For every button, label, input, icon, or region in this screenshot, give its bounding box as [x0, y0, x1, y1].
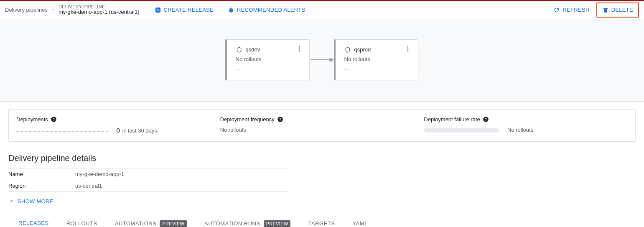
details-section: Delivery pipeline details Name my-gke-de…: [8, 153, 636, 206]
metric-text: No rollouts: [507, 127, 533, 133]
metric-frequency: Deployment frequency ? No rollouts: [220, 116, 424, 134]
tab-rollouts[interactable]: ROLLOUTS: [66, 216, 97, 227]
chevron-down-icon: [8, 198, 15, 204]
detail-value: us-central1: [75, 180, 288, 192]
create-release-label: CREATE RELEASE: [164, 7, 214, 13]
svg-marker-4: [330, 58, 334, 62]
refresh-icon: [553, 7, 560, 13]
pipeline-graph: qsdev No rollouts — qsprod No rollouts —: [0, 19, 644, 102]
metric-count: 0: [117, 127, 120, 134]
stage-name-label: qsprod: [354, 46, 371, 53]
preview-badge: PREVIEW: [160, 220, 187, 227]
metric-title-label: Deployment failure rate: [424, 116, 480, 122]
breadcrumb-root[interactable]: Delivery pipelines: [5, 7, 48, 13]
stage-menu-button[interactable]: [405, 46, 411, 54]
bell-plus-icon: [228, 7, 234, 13]
metric-text: No rollouts: [220, 127, 414, 133]
create-release-button[interactable]: CREATE RELEASE: [151, 4, 217, 16]
delete-label: DELETE: [611, 7, 633, 13]
preview-badge: PREVIEW: [264, 220, 291, 227]
svg-text:?: ?: [485, 117, 487, 122]
details-heading: Delivery pipeline details: [8, 153, 636, 163]
stage-name-label: qsdev: [246, 46, 260, 53]
svg-point-6: [407, 48, 408, 50]
kubernetes-icon: [344, 46, 351, 53]
tab-label: AUTOMATION RUNS: [204, 220, 260, 227]
svg-text:?: ?: [279, 117, 281, 122]
tab-label: ROLLOUTS: [66, 220, 97, 227]
trash-icon: [602, 7, 609, 13]
tab-targets[interactable]: TARGETS: [308, 216, 335, 227]
tab-label: YAML: [352, 220, 367, 227]
stage-value: —: [236, 66, 303, 72]
refresh-label: REFRESH: [563, 7, 589, 13]
page-title: my-gke-demo-app-1 (us-central1): [59, 9, 140, 15]
recommended-alerts-label: RECOMMENDED ALERTS: [237, 7, 305, 13]
tab-label: AUTOMATIONS: [115, 220, 157, 227]
stage-card[interactable]: qsprod No rollouts —: [335, 39, 418, 80]
plus-box-icon: [155, 7, 161, 13]
chevron-right-icon: [51, 7, 55, 13]
show-more-button[interactable]: SHOW MORE: [8, 198, 53, 204]
tab-label: RELEASES: [18, 220, 49, 226]
recommended-alerts-button[interactable]: RECOMMENDED ALERTS: [224, 4, 308, 16]
show-more-label: SHOW MORE: [18, 198, 53, 204]
svg-text:?: ?: [53, 117, 55, 122]
metrics-panel: Deployments ? 0 in last 30 days Deployme…: [8, 109, 636, 142]
stage-status: No rollouts: [236, 56, 303, 62]
breadcrumb-current: DELIVERY PIPELINE my-gke-demo-app-1 (us-…: [59, 4, 140, 16]
svg-point-0: [298, 46, 300, 48]
help-icon[interactable]: ?: [277, 116, 283, 122]
tab-automations[interactable]: AUTOMATIONS PREVIEW: [115, 216, 187, 227]
metric-title-label: Deployments: [16, 116, 48, 122]
metric-title-label: Deployment frequency: [220, 116, 275, 122]
kubernetes-icon: [236, 46, 242, 53]
tabs-bar: RELEASES ROLLOUTS AUTOMATIONS PREVIEW AU…: [8, 216, 636, 227]
metric-deployments: Deployments ? 0 in last 30 days: [16, 116, 220, 134]
metric-suffix: in last 30 days: [122, 128, 157, 134]
svg-point-2: [298, 50, 300, 51]
detail-key: Region: [8, 180, 75, 192]
stage-arrow: [310, 56, 335, 63]
more-vert-icon: [405, 46, 411, 52]
detail-value: my-gke-demo-app-1: [75, 168, 288, 180]
help-icon[interactable]: ?: [483, 116, 489, 122]
delete-highlight-box: DELETE: [596, 3, 639, 18]
stage-menu-button[interactable]: [296, 46, 303, 54]
tab-label: TARGETS: [308, 220, 335, 227]
details-table: Name my-gke-demo-app-1 Region us-central…: [8, 168, 288, 192]
header-bar: Delivery pipelines DELIVERY PIPELINE my-…: [0, 1, 644, 19]
stage-value: —: [344, 66, 411, 72]
table-row: Name my-gke-demo-app-1: [8, 168, 288, 180]
svg-point-7: [407, 50, 408, 51]
table-row: Region us-central1: [8, 180, 288, 192]
detail-key: Name: [8, 168, 75, 180]
arrow-right-icon: [311, 56, 334, 63]
delete-button[interactable]: DELETE: [599, 4, 636, 16]
tab-automation-runs[interactable]: AUTOMATION RUNS PREVIEW: [204, 216, 290, 227]
more-vert-icon: [296, 46, 303, 52]
sparkline-placeholder: [16, 131, 108, 132]
svg-point-5: [407, 46, 408, 48]
tab-releases[interactable]: RELEASES: [18, 216, 49, 227]
tab-yaml[interactable]: YAML: [352, 216, 367, 227]
metric-failure-rate: Deployment failure rate ? No rollouts: [424, 116, 628, 134]
stage-status: No rollouts: [344, 56, 411, 62]
refresh-button[interactable]: REFRESH: [550, 4, 593, 16]
help-icon[interactable]: ?: [51, 116, 57, 122]
stage-card[interactable]: qsdev No rollouts —: [226, 39, 310, 80]
svg-point-1: [298, 48, 300, 50]
failure-bar: [424, 128, 499, 133]
